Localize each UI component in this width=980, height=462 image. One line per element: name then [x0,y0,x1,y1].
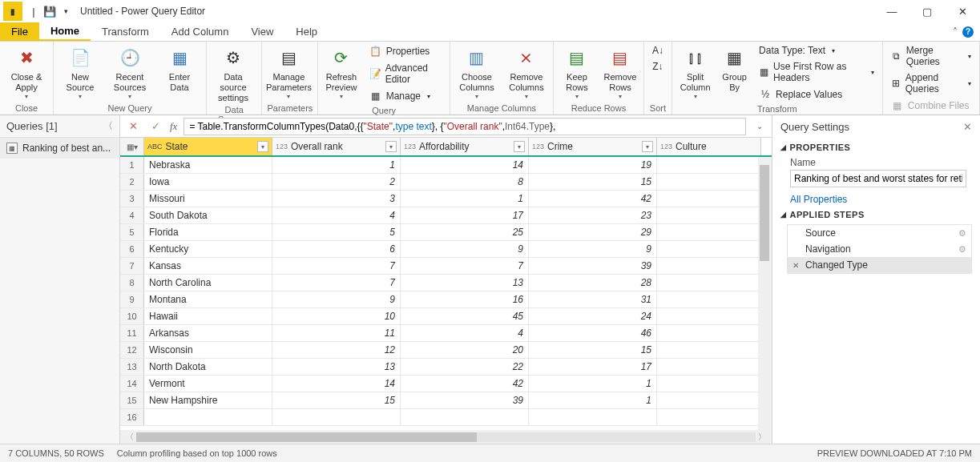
manage-button[interactable]: ▦Manage▾ [366,88,445,104]
ribbon-collapse-icon[interactable]: ˄ [953,26,958,38]
table-row[interactable]: 15 New Hampshire 15 39 1 [120,392,772,409]
merge-queries-button[interactable]: ⧉Merge Queries▾ [888,43,974,69]
table-row[interactable]: 6 Kentucky 6 9 9 [120,241,772,258]
maximize-button[interactable]: ▢ [909,0,945,22]
filter-icon[interactable]: ▾ [514,141,525,152]
queries-collapse-icon[interactable]: 〈 [103,119,113,133]
triangle-icon[interactable]: ◢ [780,211,787,219]
name-label: Name [790,157,972,168]
remove-columns-button[interactable]: ⨯Remove Columns▾ [505,43,548,100]
sort-desc-button[interactable]: Z↓ [649,59,667,74]
settings-close-icon[interactable]: ✕ [963,121,972,133]
gear-icon[interactable]: ⚙ [958,228,966,239]
column-header-crime[interactable]: 123Crime▾ [529,138,657,155]
recent-sources-icon: 🕘 [117,45,143,70]
first-row-headers-button[interactable]: ▦Use First Row as Headers▾ [756,59,877,85]
all-properties-link[interactable]: All Properties [790,194,972,205]
tab-file[interactable]: File [0,22,39,41]
tab-help[interactable]: Help [284,22,329,41]
split-column-button[interactable]: ⫿⫿Split Column▾ [677,43,713,100]
remove-rows-icon: ▤ [607,45,633,70]
column-header-culture[interactable]: 123Culture [657,138,761,155]
recent-sources-button[interactable]: 🕘Recent Sources▾ [108,43,151,100]
close-apply-button[interactable]: ✖ Close & Apply ▾ [5,43,48,100]
save-icon[interactable]: 💾 [42,6,58,18]
ribbon: ✖ Close & Apply ▾ Close 📄New Source▾ 🕘Re… [0,42,980,115]
status-columns: 7 COLUMNS, 50 ROWS [8,448,104,458]
qat-dropdown[interactable]: ▾ [58,7,74,15]
formula-expand-icon[interactable]: ⌄ [752,122,767,131]
table-row[interactable]: 1 Nebraska 1 14 19 [120,157,772,174]
gear-icon[interactable]: ⚙ [958,244,966,255]
table-row[interactable]: 9 Montana 9 16 31 [120,291,772,308]
tab-transform[interactable]: Transform [91,22,160,41]
new-source-button[interactable]: 📄New Source▾ [58,43,102,100]
horizontal-scrollbar[interactable]: 〈 〉 [120,430,772,444]
vertical-scrollbar[interactable] [758,157,772,430]
formula-commit-icon[interactable]: ✓ [147,120,163,132]
scroll-left-icon[interactable]: 〈 [123,432,136,443]
enter-data-button[interactable]: ▦Enter Data [158,43,201,93]
remove-rows-button[interactable]: ▤Remove Rows▾ [602,43,639,100]
filter-icon[interactable]: ▾ [257,141,268,152]
tab-home[interactable]: Home [39,22,91,41]
data-type-button[interactable]: Data Type: Text▾ [756,43,877,58]
type-text-icon: ABC [147,143,163,151]
append-queries-button[interactable]: ⊞Append Queries▾ [888,70,974,96]
advanced-editor-button[interactable]: 📝Advanced Editor [366,61,445,86]
grid-corner[interactable]: ▦▾ [120,138,144,155]
triangle-icon[interactable]: ◢ [780,143,787,151]
properties-button[interactable]: 📋Properties [366,43,445,59]
formula-cancel-icon[interactable]: ✕ [125,120,141,132]
step-navigation[interactable]: Navigation⚙ [788,241,971,257]
manage-parameters-button[interactable]: ▤Manage Parameters▾ [267,43,310,100]
table-row[interactable]: 12 Wisconsin 12 20 15 [120,342,772,359]
choose-columns-button[interactable]: ▥Choose Columns▾ [455,43,498,100]
replace-values-button[interactable]: ½Replace Values [756,86,877,102]
tab-add-column[interactable]: Add Column [160,22,240,41]
queries-pane: Queries [1] 〈 ▦ Ranking of best an... [0,115,120,444]
sort-asc-icon: A↓ [652,45,663,56]
column-header-state[interactable]: ABCState▾ [144,138,272,155]
query-name-input[interactable] [790,170,966,187]
group-reduce-rows: Reduce Rows [559,102,639,114]
table-row[interactable]: 8 North Carolina 7 13 28 [120,275,772,291]
data-source-settings-button[interactable]: ⚙Data source settings [212,43,255,103]
table-row[interactable]: 16 [120,409,772,426]
scroll-right-icon[interactable]: 〉 [756,432,768,443]
formula-input[interactable]: = Table.TransformColumnTypes(Data0,{{"St… [183,118,746,135]
combine-files-icon: ▦ [891,99,904,112]
table-row[interactable]: 11 Arkansas 11 4 46 [120,325,772,342]
table-row[interactable]: 5 Florida 5 25 29 [120,224,772,241]
refresh-preview-button[interactable]: ⟳Refresh Preview▾ [323,43,359,100]
query-item[interactable]: ▦ Ranking of best an... [0,138,119,159]
keep-rows-button[interactable]: ▤Keep Rows▾ [559,43,595,100]
group-transform: Transform [677,102,877,115]
status-bar: 7 COLUMNS, 50 ROWS Column profiling base… [0,444,980,462]
table-row[interactable]: 3 Missouri 3 1 42 [120,191,772,207]
column-header-affordability[interactable]: 123Affordability▾ [401,138,529,155]
help-icon[interactable]: ? [962,26,974,38]
filter-icon[interactable]: ▾ [642,141,653,152]
append-icon: ⊞ [891,77,901,90]
step-changed-type[interactable]: ✕Changed Type [788,257,971,273]
combine-files-button[interactable]: ▦Combine Files [888,98,974,114]
minimize-button[interactable]: — [874,0,909,22]
group-by-button[interactable]: ▦Group By [720,43,749,93]
table-row[interactable]: 10 Hawaii 10 45 24 [120,308,772,325]
table-row[interactable]: 7 Kansas 7 7 39 [120,258,772,275]
group-manage-columns: Manage Columns [455,102,548,114]
table-row[interactable]: 14 Vermont 14 42 1 [120,376,772,392]
column-header-rank[interactable]: 123Overall rank▾ [272,138,401,155]
step-source[interactable]: Source⚙ [788,225,971,241]
table-row[interactable]: 2 Iowa 2 8 15 [120,174,772,191]
sort-asc-button[interactable]: A↓ [649,43,667,58]
filter-icon[interactable]: ▾ [385,141,397,152]
table-row[interactable]: 13 North Dakota 13 22 17 [120,359,772,376]
tab-view[interactable]: View [240,22,284,41]
sort-desc-icon: Z↓ [652,61,663,72]
table-row[interactable]: 4 South Dakota 4 17 23 [120,207,772,224]
status-preview-time: PREVIEW DOWNLOADED AT 7:10 PM [817,448,972,458]
delete-step-icon[interactable]: ✕ [792,261,802,270]
close-button[interactable]: ✕ [945,0,980,22]
